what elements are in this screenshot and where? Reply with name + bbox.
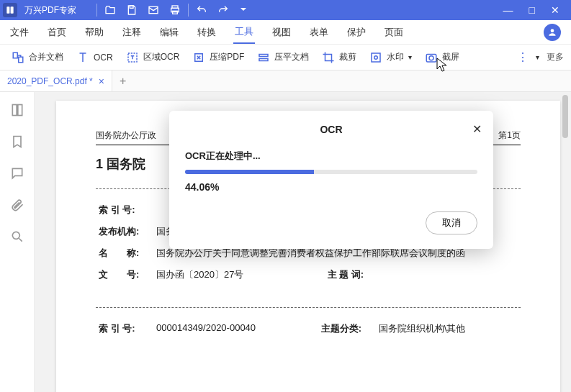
progress-fill [185, 170, 314, 174]
progress-bar [185, 170, 477, 174]
dialog-title: OCR [185, 124, 477, 135]
dialog-close-icon[interactable]: ✕ [472, 122, 482, 136]
ocr-progress-dialog: OCR ✕ OCR正在处理中... 44.06% 取消 [169, 111, 493, 249]
progress-percent: 44.06% [185, 181, 477, 193]
modal-backdrop: OCR ✕ OCR正在处理中... 44.06% 取消 [0, 0, 571, 392]
dialog-status: OCR正在处理中... [185, 150, 477, 163]
cancel-button[interactable]: 取消 [426, 211, 477, 234]
